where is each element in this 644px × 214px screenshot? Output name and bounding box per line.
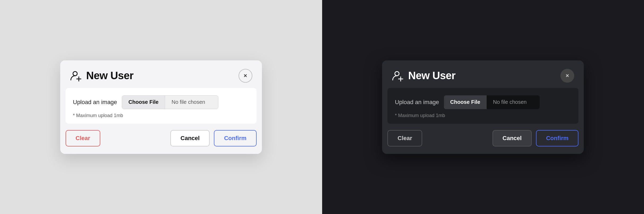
light-header-left: New User <box>70 69 133 82</box>
light-panel: New User × Upload an image Choose File N… <box>0 0 322 214</box>
dark-clear-button[interactable]: Clear <box>387 130 422 146</box>
dark-modal: New User × Upload an image Choose File N… <box>382 60 584 154</box>
dark-user-add-icon <box>392 69 404 82</box>
dark-modal-title: New User <box>408 70 455 82</box>
light-confirm-button[interactable]: Confirm <box>214 130 256 146</box>
dark-file-input-wrapper: Choose File No file chosen <box>444 95 540 109</box>
light-upload-label: Upload an image <box>73 99 117 106</box>
light-cancel-button[interactable]: Cancel <box>170 130 210 146</box>
dark-close-button[interactable]: × <box>560 69 574 83</box>
dark-max-size-text: * Maximum upload 1mb <box>395 113 571 118</box>
light-no-file-text: No file chosen <box>165 96 218 109</box>
dark-panel: New User × Upload an image Choose File N… <box>322 0 644 214</box>
dark-header-left: New User <box>392 69 455 82</box>
user-add-icon <box>70 69 83 82</box>
dark-modal-header: New User × <box>382 60 584 88</box>
light-modal: New User × Upload an image Choose File N… <box>60 60 262 154</box>
svg-point-0 <box>73 72 77 76</box>
light-upload-row: Upload an image Choose File No file chos… <box>73 95 249 109</box>
light-close-button[interactable]: × <box>239 69 252 83</box>
light-choose-file-button[interactable]: Choose File <box>122 96 165 109</box>
dark-upload-row: Upload an image Choose File No file chos… <box>395 95 571 109</box>
svg-point-3 <box>395 72 399 76</box>
dark-confirm-button[interactable]: Confirm <box>536 130 578 146</box>
dark-modal-footer: Clear Cancel Confirm <box>382 124 584 154</box>
dark-no-file-text: No file chosen <box>487 95 540 109</box>
light-modal-body: Upload an image Choose File No file chos… <box>66 88 257 124</box>
light-modal-footer: Clear Cancel Confirm <box>60 124 262 154</box>
dark-cancel-button[interactable]: Cancel <box>492 130 532 146</box>
light-clear-button[interactable]: Clear <box>66 130 100 146</box>
dark-choose-file-button[interactable]: Choose File <box>444 95 487 109</box>
light-file-input-wrapper: Choose File No file chosen <box>122 95 218 109</box>
light-modal-title: New User <box>86 70 133 82</box>
dark-upload-label: Upload an image <box>395 99 439 106</box>
light-modal-header: New User × <box>60 60 262 88</box>
dark-modal-body: Upload an image Choose File No file chos… <box>387 88 578 124</box>
light-max-size-text: * Maximum upload 1mb <box>73 113 249 118</box>
